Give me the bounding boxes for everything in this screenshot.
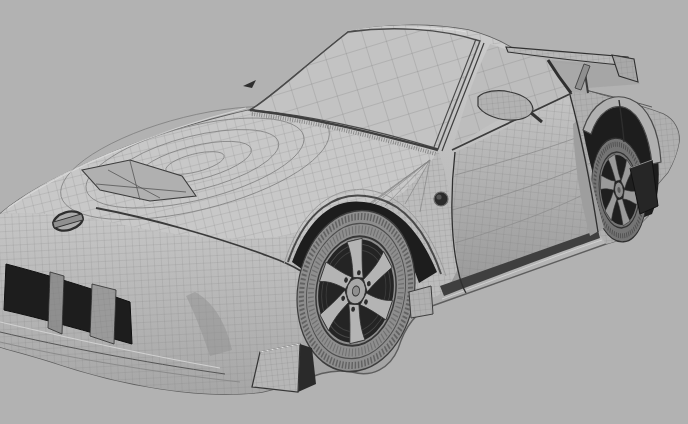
splitter-fin [252,344,316,392]
render-viewport [0,0,688,424]
fender-side-marker [434,192,448,206]
marker-inner [436,194,441,199]
intake-duct-mesh [90,284,116,344]
wireframe-render-canvas [0,0,688,424]
intake-post-mesh [48,272,64,334]
